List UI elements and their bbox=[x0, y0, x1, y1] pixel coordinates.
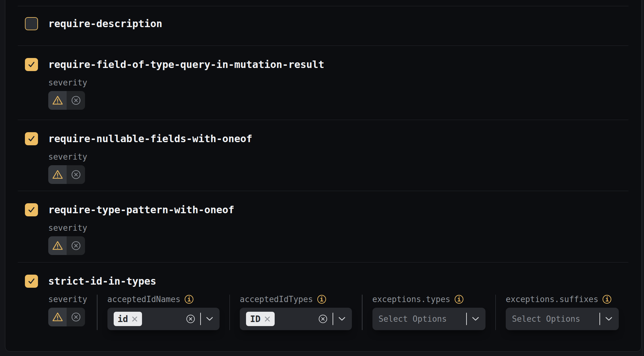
rule-row-require-nullable-fields-with-oneof: require-nullable-fields-with-oneof sever… bbox=[5, 120, 641, 191]
chip-label: id bbox=[118, 314, 128, 324]
field-label: acceptedIdTypes bbox=[240, 295, 313, 304]
checkmark-icon bbox=[27, 135, 36, 143]
chip-remove-icon[interactable] bbox=[131, 316, 138, 322]
info-icon[interactable]: i bbox=[185, 295, 193, 304]
chip-remove-icon[interactable] bbox=[264, 316, 271, 322]
rule-checkbox[interactable] bbox=[25, 17, 38, 30]
severity-off-button[interactable] bbox=[67, 236, 85, 255]
selected-option-chip: ID bbox=[246, 312, 275, 326]
severity-label: severity bbox=[48, 295, 87, 304]
field-divider bbox=[495, 295, 496, 330]
rule-checkbox[interactable] bbox=[25, 203, 38, 216]
rules-panel: require-description require-field-of-typ… bbox=[0, 0, 644, 356]
chevron-down-icon[interactable] bbox=[605, 317, 613, 321]
rule-name-label: require-description bbox=[48, 18, 162, 30]
field-divider bbox=[362, 295, 362, 330]
warning-icon bbox=[52, 312, 63, 322]
severity-warn-button[interactable] bbox=[48, 308, 67, 326]
rule-name-label: strict-id-in-types bbox=[48, 275, 156, 287]
severity-off-button[interactable] bbox=[67, 308, 85, 326]
circle-x-icon bbox=[71, 312, 81, 322]
severity-off-button[interactable] bbox=[67, 165, 85, 184]
checkmark-icon bbox=[27, 206, 36, 214]
warning-icon bbox=[52, 95, 63, 105]
field-group-exceptions-suffixes: exceptions.suffixes i Select Options bbox=[506, 295, 619, 330]
severity-label: severity bbox=[48, 223, 641, 233]
field-divider bbox=[230, 295, 230, 330]
circle-x-icon bbox=[71, 241, 81, 251]
info-glyph: i bbox=[457, 296, 461, 302]
chevron-down-icon[interactable] bbox=[472, 317, 479, 321]
info-glyph: i bbox=[605, 296, 609, 302]
severity-label: severity bbox=[48, 78, 641, 87]
chip-label: ID bbox=[250, 314, 261, 324]
rule-checkbox[interactable] bbox=[25, 58, 38, 71]
severity-label: severity bbox=[48, 152, 641, 161]
info-icon[interactable]: i bbox=[603, 295, 611, 304]
field-group-acceptedIdTypes: acceptedIdTypes i ID bbox=[240, 295, 352, 330]
field-group-severity: severity bbox=[48, 295, 87, 330]
rule-row-require-type-pattern-with-oneof: require-type-pattern-with-oneof severity bbox=[5, 191, 641, 262]
severity-warn-button[interactable] bbox=[48, 165, 67, 184]
rule-name-label: require-nullable-fields-with-oneof bbox=[48, 133, 252, 145]
field-label: exceptions.suffixes bbox=[506, 295, 598, 304]
field-label: acceptedIdNames bbox=[107, 295, 181, 304]
select-placeholder: Select Options bbox=[379, 314, 466, 324]
select-separator bbox=[333, 313, 333, 325]
severity-toggle bbox=[48, 165, 85, 184]
rule-name-label: require-type-pattern-with-oneof bbox=[48, 204, 234, 216]
multiselect-acceptedIdTypes[interactable]: ID bbox=[240, 308, 352, 330]
severity-off-button[interactable] bbox=[67, 91, 85, 110]
clear-selection-button[interactable] bbox=[318, 314, 328, 324]
rule-row-require-description: require-description bbox=[5, 6, 641, 46]
rule-row-strict-id-in-types: strict-id-in-types severity bbox=[5, 262, 641, 352]
rules-card: require-description require-field-of-typ… bbox=[5, 0, 642, 352]
selected-option-chip: id bbox=[114, 312, 142, 326]
info-icon[interactable]: i bbox=[317, 295, 326, 304]
circle-x-icon bbox=[71, 170, 81, 180]
rule-row-require-field-of-type-query-in-mutation-result: require-field-of-type-query-in-mutation-… bbox=[5, 46, 641, 120]
page-edge-line bbox=[642, 0, 642, 356]
rule-checkbox[interactable] bbox=[25, 275, 38, 288]
multiselect-acceptedIdNames[interactable]: id bbox=[107, 308, 220, 330]
select-placeholder: Select Options bbox=[512, 314, 599, 324]
chevron-down-icon[interactable] bbox=[206, 317, 213, 321]
chevron-down-icon[interactable] bbox=[338, 317, 346, 321]
warning-icon bbox=[52, 170, 63, 180]
select-separator bbox=[599, 313, 600, 325]
field-label: exceptions.types bbox=[372, 295, 450, 304]
clear-selection-button[interactable] bbox=[186, 314, 195, 324]
multiselect-exceptions-suffixes[interactable]: Select Options bbox=[506, 308, 619, 330]
info-glyph: i bbox=[320, 296, 323, 302]
rule-checkbox[interactable] bbox=[25, 132, 38, 145]
severity-warn-button[interactable] bbox=[48, 91, 67, 110]
warning-icon bbox=[52, 241, 63, 251]
severity-toggle bbox=[48, 308, 85, 326]
severity-toggle bbox=[48, 91, 85, 110]
info-glyph: i bbox=[187, 296, 191, 302]
multiselect-exceptions-types[interactable]: Select Options bbox=[372, 308, 485, 330]
field-group-exceptions-types: exceptions.types i Select Options bbox=[372, 295, 485, 330]
rule-name-label: require-field-of-type-query-in-mutation-… bbox=[48, 59, 324, 70]
circle-x-icon bbox=[71, 95, 81, 105]
severity-warn-button[interactable] bbox=[48, 236, 67, 255]
select-separator bbox=[200, 313, 201, 325]
select-separator bbox=[466, 313, 467, 325]
severity-toggle bbox=[48, 236, 85, 255]
checkmark-icon bbox=[27, 277, 36, 285]
info-icon[interactable]: i bbox=[455, 295, 463, 304]
field-divider bbox=[97, 295, 97, 330]
field-group-acceptedIdNames: acceptedIdNames i id bbox=[107, 295, 220, 330]
checkmark-icon bbox=[27, 60, 36, 69]
